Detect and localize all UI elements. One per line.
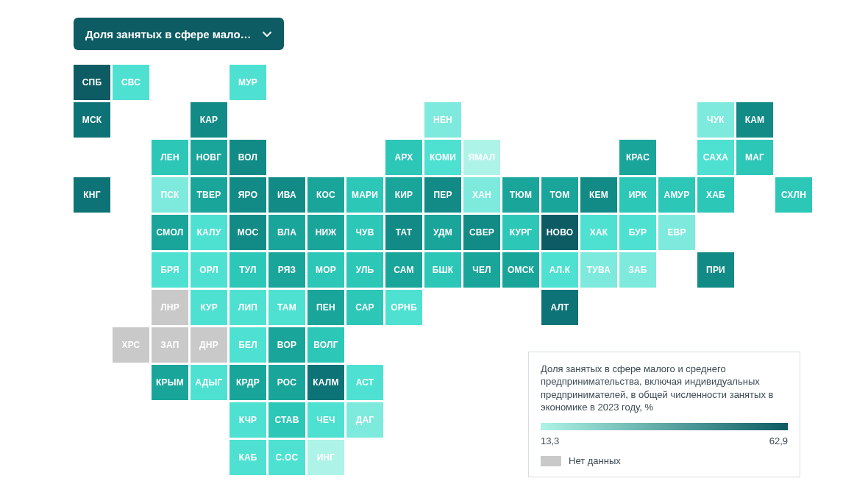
region-tile[interactable]: КОМИ	[424, 140, 461, 175]
region-tile[interactable]: АМУР	[658, 177, 695, 213]
region-tile-label: АЛТ	[550, 302, 569, 313]
region-tile[interactable]: БРЯ	[152, 252, 188, 288]
region-tile[interactable]: КРАС	[619, 140, 656, 175]
region-tile[interactable]: ОРНБ	[385, 290, 422, 325]
region-tile[interactable]: РОС	[268, 365, 305, 400]
region-tile[interactable]: ПЕР	[424, 177, 461, 213]
region-tile[interactable]: КАБ	[230, 440, 266, 475]
region-tile[interactable]: КЕМ	[580, 177, 617, 213]
region-tile[interactable]: ХАК	[580, 215, 617, 250]
region-tile[interactable]: СВЕР	[463, 215, 500, 250]
region-tile[interactable]: КАМ	[736, 102, 773, 138]
region-tile[interactable]: ТУЛ	[230, 252, 266, 288]
region-tile[interactable]: АЛТ	[541, 290, 578, 325]
region-tile[interactable]: ЧУК	[697, 102, 734, 138]
region-tile[interactable]: ЗАП	[152, 327, 188, 363]
region-tile[interactable]: ЛНР	[152, 290, 188, 325]
region-tile[interactable]: БШК	[424, 252, 461, 288]
region-tile[interactable]: ХАБ	[697, 177, 734, 213]
region-tile[interactable]: ЛЕН	[152, 140, 188, 175]
region-tile[interactable]: КАЛУ	[191, 215, 227, 250]
region-tile[interactable]: СМОЛ	[152, 215, 188, 250]
chevron-down-icon	[262, 29, 272, 39]
region-tile[interactable]: ЯРО	[230, 177, 266, 213]
region-tile[interactable]: ДАГ	[346, 402, 383, 438]
region-tile[interactable]: НИЖ	[307, 215, 344, 250]
region-tile-label: ЗАП	[160, 340, 179, 350]
region-tile-label: МУР	[238, 77, 257, 88]
region-tile[interactable]: МОС	[230, 215, 266, 250]
region-tile[interactable]: УДМ	[424, 215, 461, 250]
region-tile[interactable]: АЛ.К	[541, 252, 578, 288]
region-tile[interactable]: КНГ	[74, 177, 110, 213]
region-tile-label: ПЕН	[316, 302, 335, 313]
region-tile[interactable]: КРЫМ	[152, 365, 188, 400]
region-tile[interactable]: МАГ	[736, 140, 773, 175]
region-tile[interactable]: САХА	[697, 140, 734, 175]
region-tile[interactable]: МОР	[307, 252, 344, 288]
region-tile[interactable]: СВС	[113, 65, 149, 100]
region-tile[interactable]: СПБ	[74, 65, 110, 100]
region-tile[interactable]: ТЮМ	[502, 177, 539, 213]
region-tile[interactable]: ИВА	[268, 177, 305, 213]
region-tile[interactable]: ТАТ	[385, 215, 422, 250]
region-tile-label: ТАТ	[396, 227, 413, 238]
region-tile[interactable]: ПЕН	[307, 290, 344, 325]
region-tile[interactable]: ТАМ	[268, 290, 305, 325]
region-tile-label: КУРГ	[510, 227, 533, 238]
region-tile[interactable]: ВЛА	[268, 215, 305, 250]
region-tile[interactable]: КЧР	[230, 402, 266, 438]
region-tile-label: НОВГ	[196, 152, 221, 163]
region-tile[interactable]: КРДР	[230, 365, 266, 400]
region-tile[interactable]: ВОР	[268, 327, 305, 363]
region-tile[interactable]: ХАН	[463, 177, 500, 213]
region-tile[interactable]: МУР	[230, 65, 266, 100]
region-tile[interactable]: СТАВ	[268, 402, 305, 438]
region-tile[interactable]: ТВЕР	[191, 177, 227, 213]
region-tile[interactable]: РЯЗ	[268, 252, 305, 288]
region-tile[interactable]: СХЛН	[775, 177, 812, 213]
region-tile[interactable]: НОВГ	[191, 140, 227, 175]
region-tile-label: ЛИП	[238, 302, 257, 313]
region-tile[interactable]: ЧЕЧ	[307, 402, 344, 438]
region-tile[interactable]: АРХ	[385, 140, 422, 175]
region-tile[interactable]: КУРГ	[502, 215, 539, 250]
region-tile[interactable]: ДНР	[191, 327, 227, 363]
region-tile[interactable]: КОС	[307, 177, 344, 213]
region-tile[interactable]: САР	[346, 290, 383, 325]
region-tile[interactable]: ОРЛ	[191, 252, 227, 288]
region-tile[interactable]: КАР	[191, 102, 227, 138]
region-tile[interactable]: САМ	[385, 252, 422, 288]
region-tile[interactable]: КУР	[191, 290, 227, 325]
region-tile[interactable]: ВОЛ	[230, 140, 266, 175]
region-tile[interactable]: ХРС	[113, 327, 149, 363]
region-tile[interactable]: УЛЬ	[346, 252, 383, 288]
region-tile[interactable]: ИРК	[619, 177, 656, 213]
region-tile[interactable]: ПРИ	[697, 252, 734, 288]
region-tile[interactable]: АДЫГ	[191, 365, 227, 400]
region-tile[interactable]: ЧЕЛ	[463, 252, 500, 288]
region-tile[interactable]: МАРИ	[346, 177, 383, 213]
region-tile-label: НОВО	[547, 227, 574, 238]
region-tile[interactable]: КАЛМ	[307, 365, 344, 400]
region-tile[interactable]: ЗАБ	[619, 252, 656, 288]
region-tile[interactable]: ЛИП	[230, 290, 266, 325]
region-tile[interactable]: ОМСК	[502, 252, 539, 288]
region-tile[interactable]: ТОМ	[541, 177, 578, 213]
region-tile[interactable]: НОВО	[541, 215, 578, 250]
region-tile[interactable]: БЕЛ	[230, 327, 266, 363]
region-tile[interactable]: ЕВР	[658, 215, 695, 250]
region-tile[interactable]: С.ОС	[268, 440, 305, 475]
indicator-dropdown[interactable]: Доля занятых в сфере малог…	[74, 18, 284, 50]
region-tile[interactable]: ПСК	[152, 177, 188, 213]
region-tile[interactable]: КИР	[385, 177, 422, 213]
region-tile[interactable]: ТУВА	[580, 252, 617, 288]
region-tile[interactable]: ЧУВ	[346, 215, 383, 250]
region-tile[interactable]: НЕН	[424, 102, 461, 138]
region-tile[interactable]: БУР	[619, 215, 656, 250]
region-tile[interactable]: АСТ	[346, 365, 383, 400]
region-tile[interactable]: ЯМАЛ	[463, 140, 500, 175]
region-tile[interactable]: ВОЛГ	[307, 327, 344, 363]
region-tile[interactable]: МСК	[74, 102, 110, 138]
region-tile[interactable]: ИНГ	[307, 440, 344, 475]
